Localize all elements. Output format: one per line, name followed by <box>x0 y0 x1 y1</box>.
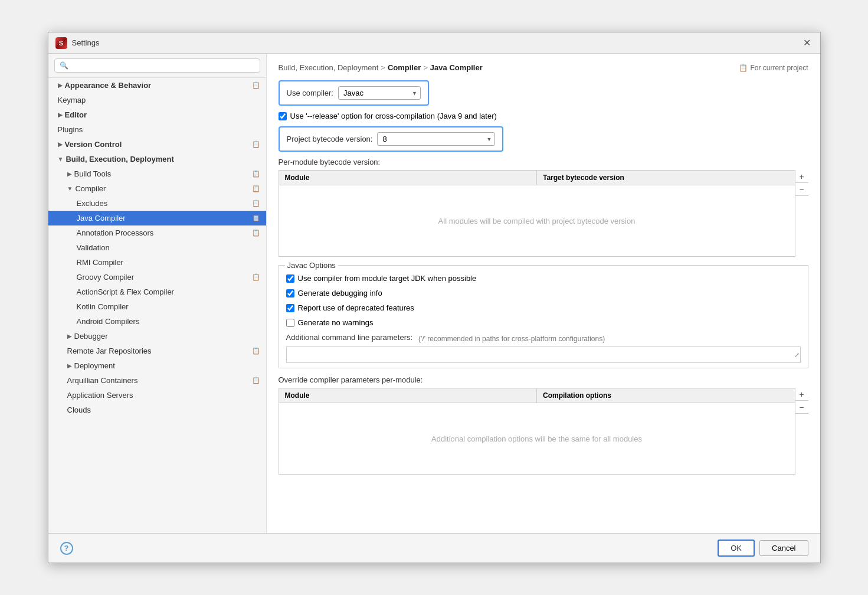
javac-cb-row-3: Generate no warnings <box>286 318 801 327</box>
breadcrumb-sep2: > <box>423 63 428 72</box>
module-table-body: All modules will be compiled with projec… <box>279 185 795 256</box>
search-input[interactable] <box>54 58 260 73</box>
javac-checkbox-1[interactable] <box>286 289 294 298</box>
footer: ? OK Cancel <box>48 533 820 563</box>
copy-icon: 📋 <box>252 347 260 355</box>
sidebar-item-version-control[interactable]: ▶ Version Control 📋 <box>48 137 266 152</box>
additional-params-note: ('/' recommended in paths for cross-plat… <box>418 335 605 343</box>
main-content: Build, Execution, Deployment > Compiler … <box>267 54 820 533</box>
sidebar-item-rmi-compiler[interactable]: RMI Compiler <box>48 255 266 270</box>
javac-cb-label-2: Report use of deprecated features <box>298 303 414 312</box>
copy-icon: 📋 <box>252 229 260 237</box>
sidebar-item-annotation-processors[interactable]: Annotation Processors 📋 <box>48 225 266 240</box>
override-table-empty: Additional compilation options will be t… <box>431 434 642 443</box>
copy-icon: 📋 <box>252 140 260 148</box>
sidebar-item-plugins[interactable]: Plugins <box>48 122 266 137</box>
cancel-button[interactable]: Cancel <box>759 540 808 556</box>
bytecode-select-wrapper: 8 11 17 21 <box>377 132 495 146</box>
sidebar-item-appearance[interactable]: ▶ Appearance & Behavior 📋 <box>48 78 266 93</box>
compiler-select[interactable]: Javac Eclipse Ajc <box>338 86 421 100</box>
arrow-icon: ▶ <box>58 141 63 148</box>
expand-icon[interactable]: ⤢ <box>794 351 800 359</box>
sidebar-item-build-tools[interactable]: ▶ Build Tools 📋 <box>48 166 266 181</box>
release-checkbox[interactable] <box>279 112 287 120</box>
arrow-icon: ▶ <box>67 362 72 369</box>
for-project: 📋 For current project <box>739 64 808 72</box>
close-button[interactable]: ✕ <box>801 37 813 49</box>
sidebar-item-debugger[interactable]: ▶ Debugger <box>48 329 266 344</box>
use-compiler-box: Use compiler: Javac Eclipse Ajc <box>279 80 429 106</box>
sidebar-item-excludes[interactable]: Excludes 📋 <box>48 196 266 211</box>
copy-icon: 📋 <box>252 214 260 222</box>
copy-icon: 📋 <box>252 377 260 384</box>
sidebar-item-kotlin-compiler[interactable]: Kotlin Compiler <box>48 299 266 314</box>
breadcrumb: Build, Execution, Deployment > Compiler … <box>279 63 808 72</box>
per-module-label: Per-module bytecode version: <box>279 158 808 166</box>
module-table-add-btn[interactable]: + <box>795 170 808 183</box>
sidebar-item-java-compiler[interactable]: Java Compiler 📋 <box>48 211 266 225</box>
sidebar-item-remote-jar[interactable]: Remote Jar Repositories 📋 <box>48 344 266 358</box>
javac-checkbox-0[interactable] <box>286 274 294 283</box>
override-compilation-col: Compilation options <box>536 388 795 403</box>
copy-icon: 📋 <box>252 81 260 89</box>
override-add-btn[interactable]: + <box>795 388 808 401</box>
module-table-1: Module Target bytecode version All modul… <box>279 170 808 257</box>
module-table-section: Module Target bytecode version All modul… <box>279 170 795 257</box>
sidebar-item-actionscript-compiler[interactable]: ActionScript & Flex Compiler <box>48 285 266 299</box>
override-label: Override compiler parameters per-module: <box>279 375 808 384</box>
breadcrumb-part1: Build, Execution, Deployment <box>279 63 379 72</box>
help-button[interactable]: ? <box>60 542 73 555</box>
release-label: Use '--release' option for cross-compila… <box>290 112 497 120</box>
javac-cb-label-0: Use compiler from module target JDK when… <box>298 274 477 283</box>
override-table-header: Module Compilation options <box>279 388 795 403</box>
arrow-icon: ▶ <box>67 333 72 339</box>
sidebar-item-build-exec-deploy[interactable]: ▼ Build, Execution, Deployment <box>48 152 266 166</box>
titlebar-left: S Settings <box>55 37 100 49</box>
module-col-header: Module <box>279 171 537 185</box>
sidebar-item-app-servers[interactable]: Application Servers <box>48 388 266 403</box>
window-title: Settings <box>72 38 100 47</box>
javac-options-group: Javac Options Use compiler from module t… <box>279 265 808 368</box>
sidebar-item-android-compilers[interactable]: Android Compilers <box>48 314 266 329</box>
app-icon: S <box>55 37 67 49</box>
sidebar-item-groovy-compiler[interactable]: Groovy Compiler 📋 <box>48 270 266 285</box>
sidebar-item-keymap[interactable]: Keymap <box>48 93 266 107</box>
sidebar-item-deployment[interactable]: ▶ Deployment <box>48 358 266 373</box>
compiler-select-wrapper: Javac Eclipse Ajc <box>338 86 421 100</box>
sidebar-item-validation[interactable]: Validation <box>48 240 266 255</box>
sidebar-item-editor[interactable]: ▶ Editor <box>48 107 266 122</box>
override-table-side-btns: + − <box>795 388 808 475</box>
sidebar-item-clouds[interactable]: Clouds <box>48 403 266 417</box>
titlebar: S Settings ✕ <box>48 32 820 54</box>
javac-checkbox-2[interactable] <box>286 304 294 312</box>
javac-cb-label-3: Generate no warnings <box>298 318 374 327</box>
javac-cb-row-2: Report use of deprecated features <box>286 303 801 312</box>
module-table-side-btns: + − <box>795 170 808 257</box>
copy-icon: 📋 <box>252 273 260 281</box>
release-checkbox-row: Use '--release' option for cross-compila… <box>279 112 808 120</box>
breadcrumb-sep1: > <box>381 63 385 72</box>
javac-checkbox-3[interactable] <box>286 319 294 327</box>
override-section: Override compiler parameters per-module:… <box>279 375 808 475</box>
override-table: Module Compilation options Additional co… <box>279 388 808 475</box>
arrow-icon: ▶ <box>58 82 63 89</box>
sidebar-item-arquillian[interactable]: Arquillian Containers 📋 <box>48 373 266 388</box>
settings-window: S Settings ✕ ▶ Appearance & Behavior 📋 K… <box>48 32 821 563</box>
override-table-section: Module Compilation options Additional co… <box>279 388 795 475</box>
content-area: ▶ Appearance & Behavior 📋 Keymap ▶ Edito… <box>48 54 820 533</box>
module-table-remove-btn[interactable]: − <box>795 183 808 196</box>
additional-params-label: Additional command line parameters: <box>286 333 413 342</box>
bytecode-label: Project bytecode version: <box>287 135 373 143</box>
target-col-header: Target bytecode version <box>536 171 795 185</box>
copy-icon: 📋 <box>252 200 260 207</box>
sidebar-item-compiler[interactable]: ▼ Compiler 📋 <box>48 181 266 196</box>
javac-cb-row-0: Use compiler from module target JDK when… <box>286 274 801 283</box>
override-table-body: Additional compilation options will be t… <box>279 403 795 474</box>
javac-cb-row-1: Generate debugging info <box>286 289 801 298</box>
arrow-icon: ▶ <box>67 171 72 177</box>
additional-params-input[interactable] <box>286 346 801 363</box>
override-remove-btn[interactable]: − <box>795 401 808 414</box>
table-header-1: Module Target bytecode version <box>279 171 795 185</box>
bytecode-select[interactable]: 8 11 17 21 <box>377 132 495 146</box>
ok-button[interactable]: OK <box>718 540 755 557</box>
